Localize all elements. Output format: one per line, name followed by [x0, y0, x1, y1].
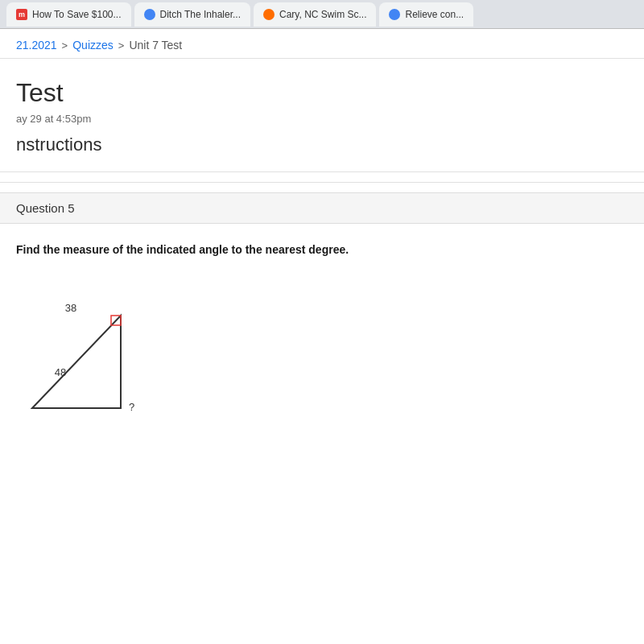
tab-3[interactable]: Cary, NC Swim Sc...: [254, 2, 376, 27]
tab-favicon-1: m: [16, 9, 27, 20]
tab-4[interactable]: Relieve con...: [379, 2, 473, 27]
tab-label-2: Ditch The Inhaler...: [160, 9, 242, 20]
section-divider-top: [0, 171, 644, 172]
tab-2[interactable]: Ditch The Inhaler...: [134, 2, 251, 27]
tab-1[interactable]: m How To Save $100...: [6, 2, 131, 27]
tab-favicon-3: [263, 9, 275, 20]
breadcrumb-sep1: >: [62, 39, 68, 52]
side-left-label: 48: [55, 366, 66, 378]
side-top-label: 38: [65, 302, 76, 314]
breadcrumb-part1[interactable]: 21.2021: [16, 39, 57, 52]
section-heading: nstructions: [16, 134, 628, 155]
title-area: Test ay 29 at 4:53pm nstructions: [0, 59, 644, 162]
triangle-svg: 38 48 ?: [16, 291, 193, 436]
breadcrumb-sep2: >: [118, 39, 125, 52]
breadcrumb-part3: Unit 7 Test: [129, 39, 182, 52]
tab-favicon-2: [144, 9, 155, 20]
tab-favicon-4: [389, 9, 400, 20]
svg-marker-0: [32, 316, 121, 408]
question-text: Find the measure of the indicated angle …: [16, 243, 628, 256]
tab-label-4: Relieve con...: [405, 9, 464, 20]
question-header: Question 5: [0, 192, 644, 224]
page-title: Test: [16, 78, 628, 108]
tab-label-3: Cary, NC Swim Sc...: [279, 9, 366, 20]
due-date: ay 29 at 4:53pm: [16, 113, 628, 125]
tab-bar: m How To Save $100... Ditch The Inhaler.…: [0, 0, 644, 29]
section-divider-bottom: [0, 182, 644, 183]
question-label: Question 5: [16, 201, 75, 215]
tab-label-1: How To Save $100...: [32, 9, 122, 20]
question-body: Find the measure of the indicated angle …: [0, 224, 644, 291]
unknown-angle-label: ?: [129, 401, 134, 413]
breadcrumb: 21.2021 > Quizzes > Unit 7 Test: [0, 29, 644, 58]
triangle-diagram: 38 48 ?: [0, 291, 644, 436]
breadcrumb-part2[interactable]: Quizzes: [72, 39, 114, 52]
